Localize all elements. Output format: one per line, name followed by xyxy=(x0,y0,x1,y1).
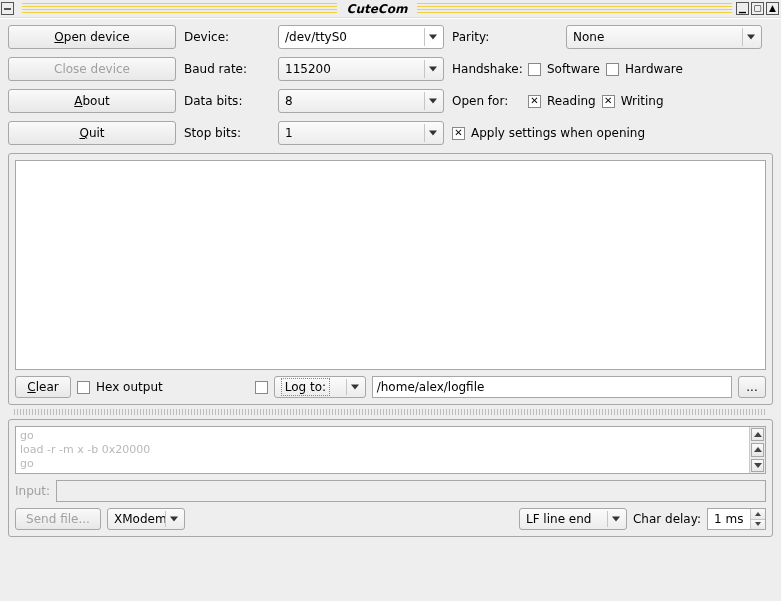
lineend-value: LF line end xyxy=(526,512,591,526)
writing-checkbox[interactable] xyxy=(602,95,615,108)
quit-button[interactable]: Quit xyxy=(8,121,176,145)
chardelay-spinner[interactable]: 1 ms xyxy=(707,508,766,530)
input-field xyxy=(56,480,766,502)
baud-value: 115200 xyxy=(285,62,331,76)
protocol-combo[interactable]: XModem xyxy=(107,508,185,530)
hardware-checkbox[interactable] xyxy=(606,63,619,76)
lineend-combo[interactable]: LF line end xyxy=(519,508,627,530)
browse-button[interactable]: ... xyxy=(738,376,766,398)
scroll-up-icon[interactable] xyxy=(751,428,764,441)
clear-button[interactable]: Clear xyxy=(15,376,71,398)
shade-button[interactable]: ▲ xyxy=(766,2,779,15)
openfor-label: Open for: xyxy=(452,94,522,108)
software-label: Software xyxy=(547,62,600,76)
spin-up-icon[interactable] xyxy=(751,509,765,519)
device-combo[interactable]: /dev/ttyS0 xyxy=(278,25,444,49)
hexout-checkbox[interactable] xyxy=(77,381,90,394)
parity-label: Parity: xyxy=(452,30,522,44)
databits-value: 8 xyxy=(285,94,293,108)
device-value: /dev/ttyS0 xyxy=(285,30,347,44)
output-textarea[interactable] xyxy=(15,160,766,370)
about-button[interactable]: About xyxy=(8,89,176,113)
device-label: Device: xyxy=(184,30,270,44)
baud-combo[interactable]: 115200 xyxy=(278,57,444,81)
logto-label: Log to: xyxy=(281,378,330,396)
scroll-down-icon[interactable] xyxy=(751,459,764,472)
chardelay-label: Char delay: xyxy=(633,512,701,526)
software-checkbox[interactable] xyxy=(528,63,541,76)
handshake-label: Handshake: xyxy=(452,62,522,76)
logto-combo[interactable]: Log to: xyxy=(274,376,366,398)
spin-down-icon[interactable] xyxy=(751,519,765,530)
open-device-button[interactable]: Open device xyxy=(8,25,176,49)
logpath-input[interactable]: /home/alex/logfile xyxy=(372,376,732,398)
apply-checkbox[interactable] xyxy=(452,127,465,140)
close-device-button: Close device xyxy=(8,57,176,81)
title-stripe-left xyxy=(22,3,337,15)
parity-combo[interactable]: None xyxy=(566,25,762,49)
stopbits-value: 1 xyxy=(285,126,293,140)
splitter-handle[interactable] xyxy=(14,409,767,415)
stopbits-label: Stop bits: xyxy=(184,126,270,140)
minimize-button[interactable]: ▁ xyxy=(736,2,749,15)
chardelay-value: 1 ms xyxy=(708,509,750,529)
input-panel: go load -r -m x -b 0x20000 go Input: Sen… xyxy=(8,419,773,537)
hexout-label: Hex output xyxy=(96,380,163,394)
databits-label: Data bits: xyxy=(184,94,270,108)
reading-checkbox[interactable] xyxy=(528,95,541,108)
window-title: CuteCom xyxy=(341,2,414,16)
settings-grid: Open device Device: /dev/ttyS0 Parity: N… xyxy=(8,25,773,145)
logpath-value: /home/alex/logfile xyxy=(377,380,485,394)
maximize-button[interactable]: ▢ xyxy=(751,2,764,15)
history-list[interactable]: go load -r -m x -b 0x20000 go xyxy=(15,426,766,474)
apply-label: Apply settings when opening xyxy=(471,126,645,140)
databits-combo[interactable]: 8 xyxy=(278,89,444,113)
history-item[interactable]: go xyxy=(20,457,761,471)
protocol-value: XModem xyxy=(114,512,167,526)
input-label: Input: xyxy=(15,484,50,498)
history-item[interactable]: load -r -m x -b 0x20000 xyxy=(20,443,761,457)
baud-label: Baud rate: xyxy=(184,62,270,76)
sendfile-button: Send file... xyxy=(15,508,101,530)
history-scrollbar[interactable] xyxy=(749,427,765,473)
title-stripe-right xyxy=(417,3,732,15)
stopbits-combo[interactable]: 1 xyxy=(278,121,444,145)
parity-value: None xyxy=(573,30,604,44)
reading-label: Reading xyxy=(547,94,596,108)
history-item[interactable]: go xyxy=(20,429,761,443)
output-panel: Clear Hex output Log to: /home/alex/logf… xyxy=(8,153,773,405)
writing-label: Writing xyxy=(621,94,664,108)
titlebar: CuteCom ▁ ▢ ▲ xyxy=(0,0,781,18)
hardware-label: Hardware xyxy=(625,62,683,76)
scroll-up2-icon[interactable] xyxy=(751,443,764,456)
log-checkbox[interactable] xyxy=(255,381,268,394)
window-menu-icon[interactable] xyxy=(1,2,14,15)
